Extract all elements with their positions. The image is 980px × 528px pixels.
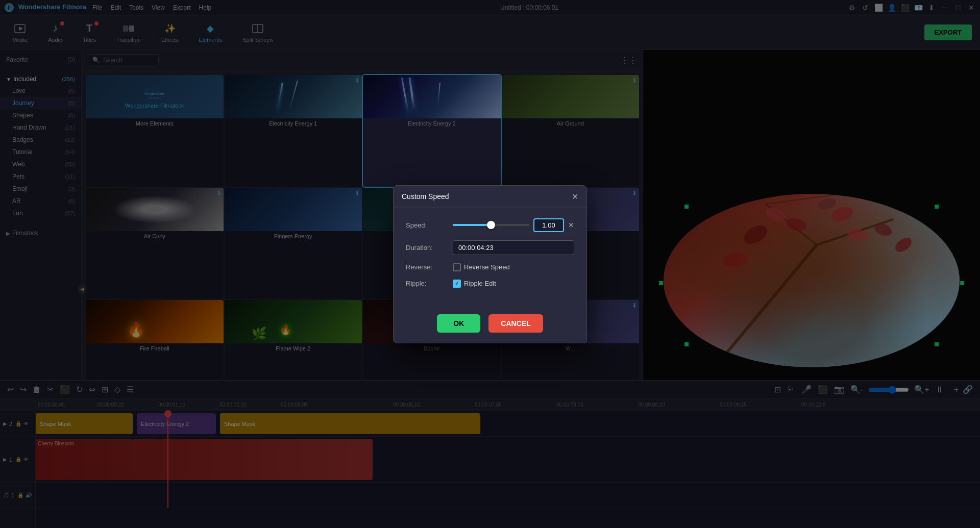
reverse-label: Reverse: xyxy=(406,263,447,271)
cancel-button[interactable]: CANCEL xyxy=(488,314,543,333)
speed-value-input[interactable] xyxy=(533,218,564,232)
reverse-checkbox-label[interactable]: Reverse Speed xyxy=(453,263,510,271)
dialog-close-button[interactable]: ✕ xyxy=(572,192,578,202)
ok-button[interactable]: OK xyxy=(437,314,480,333)
dialog-header: Custom Speed ✕ xyxy=(394,186,586,208)
dialog-body: Speed: ✕ Duration: Reverse: xyxy=(394,208,586,306)
ripple-checkbox[interactable]: ✓ xyxy=(453,280,461,288)
duration-row: Duration: xyxy=(406,240,574,255)
ripple-label: Ripple: xyxy=(406,280,447,287)
ripple-checkbox-label[interactable]: ✓ Ripple Edit xyxy=(453,280,496,288)
dialog-footer: OK CANCEL xyxy=(394,306,586,343)
speed-row: Speed: ✕ xyxy=(406,218,574,232)
speed-clear-button[interactable]: ✕ xyxy=(568,221,574,229)
speed-slider-thumb[interactable] xyxy=(487,221,495,229)
reverse-checkbox[interactable] xyxy=(453,263,461,271)
custom-speed-dialog: Custom Speed ✕ Speed: ✕ Duration: xyxy=(393,185,587,343)
duration-input[interactable] xyxy=(453,240,574,255)
speed-slider[interactable] xyxy=(453,224,529,226)
modal-overlay: Custom Speed ✕ Speed: ✕ Duration: xyxy=(0,0,980,528)
speed-slider-fill xyxy=(453,224,491,226)
duration-label: Duration: xyxy=(406,244,447,252)
reverse-row: Reverse: Reverse Speed xyxy=(406,263,574,271)
dialog-title: Custom Speed xyxy=(402,192,449,200)
speed-slider-container: ✕ xyxy=(453,218,574,232)
ripple-row: Ripple: ✓ Ripple Edit xyxy=(406,280,574,288)
speed-label: Speed: xyxy=(406,221,447,229)
